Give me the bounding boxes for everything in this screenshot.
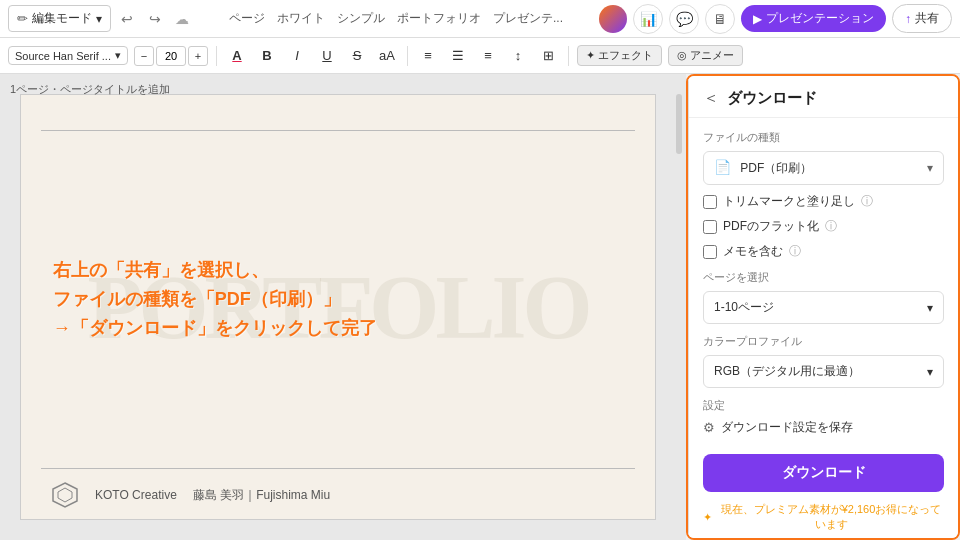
bottom-horizontal-line <box>41 468 635 469</box>
flatten-pdf-label: PDFのフラット化 <box>723 218 819 235</box>
trim-marks-label: トリムマークと塗り足し <box>723 193 855 210</box>
font-name-value: Source Han Serif ... <box>15 50 111 62</box>
trim-marks-checkbox[interactable] <box>703 195 717 209</box>
line-height-button[interactable]: ↕ <box>506 44 530 68</box>
toolbar-right: 📊 💬 🖥 ▶ プレゼンテーション ↑ 共有 <box>599 4 952 34</box>
trim-info-icon[interactable]: ⓘ <box>861 193 873 210</box>
file-type-chevron-icon: ▾ <box>927 161 933 175</box>
download-panel-highlight: ＜ ダウンロード ファイルの種類 📄 PDF（印刷） ▾ トリムマークと塗り足し <box>686 74 960 540</box>
edit-mode-button[interactable]: ✏ 編集モード ▾ <box>8 5 111 32</box>
color-profile-chevron-icon: ▾ <box>927 365 933 379</box>
undo-button[interactable]: ↩ <box>115 7 139 31</box>
present-icon: ▶ <box>753 12 762 26</box>
toolbar-center: ページ ホワイト シンプル ポートフォリオ プレゼンテ... <box>197 10 595 27</box>
koto-logo <box>51 481 79 509</box>
upload-icon: ↑ <box>905 12 911 26</box>
chevron-down-icon: ▾ <box>96 12 102 26</box>
back-button[interactable]: ＜ <box>703 88 719 109</box>
flatten-pdf-checkbox[interactable] <box>703 220 717 234</box>
top-horizontal-line <box>41 130 635 131</box>
nav-simple[interactable]: シンプル <box>337 10 385 27</box>
annotation-line-3: →「ダウンロード」をクリックして完了 <box>53 314 465 343</box>
nav-white[interactable]: ホワイト <box>277 10 325 27</box>
file-type-dropdown[interactable]: 📄 PDF（印刷） ▾ <box>703 151 944 185</box>
strikethrough-button[interactable]: S <box>345 44 369 68</box>
color-profile-value: RGB（デジタル用に最適） <box>714 363 860 380</box>
download-panel: ＜ ダウンロード ファイルの種類 📄 PDF（印刷） ▾ トリムマークと塗り足し <box>688 76 958 540</box>
flatten-info-icon[interactable]: ⓘ <box>825 218 837 235</box>
animate-label: アニメー <box>690 48 734 63</box>
present-label: プレゼンテーション <box>766 10 874 27</box>
pdf-icon: 📄 <box>714 159 731 175</box>
top-toolbar: ✏ 編集モード ▾ ↩ ↪ ☁ ページ ホワイト シンプル ポートフォリオ プレ… <box>0 0 960 38</box>
nav-page[interactable]: ページ <box>229 10 265 27</box>
canvas-bottom: KOTO Creative 藤島 美羽｜Fujishima Miu <box>51 481 635 509</box>
nav-present[interactable]: プレゼンテ... <box>493 10 563 27</box>
annotation-overlay: 右上の「共有」を選択し、 ファイルの種類を「PDF（印刷）」 →「ダウンロード」… <box>53 256 465 342</box>
include-memo-label: メモを含む <box>723 243 783 260</box>
bold-button[interactable]: B <box>255 44 279 68</box>
scroll-indicator[interactable] <box>676 94 682 154</box>
font-size-input[interactable] <box>156 46 186 66</box>
align-left-button[interactable]: ≡ <box>416 44 440 68</box>
page-select-chevron-icon: ▾ <box>927 301 933 315</box>
effect-button[interactable]: ✦ エフェクト <box>577 45 662 66</box>
font-size-minus[interactable]: − <box>134 46 154 66</box>
spacing-button[interactable]: ⊞ <box>536 44 560 68</box>
download-button[interactable]: ダウンロード <box>703 454 944 492</box>
svg-marker-0 <box>53 483 77 507</box>
settings-label: 設定 <box>703 398 944 413</box>
toolbar-left: ✏ 編集モード ▾ ↩ ↪ ☁ <box>8 5 193 32</box>
color-profile-dropdown[interactable]: RGB（デジタル用に最適） ▾ <box>703 355 944 388</box>
trim-marks-row: トリムマークと塗り足し ⓘ <box>703 193 944 210</box>
toolbar-divider-2 <box>407 46 408 66</box>
page-select-label: ページを選択 <box>703 270 944 285</box>
panel-body: ファイルの種類 📄 PDF（印刷） ▾ トリムマークと塗り足し ⓘ PD <box>689 118 958 540</box>
studio-name: KOTO Creative <box>95 488 177 502</box>
panel-title: ダウンロード <box>727 89 817 108</box>
nav-portfolio[interactable]: ポートフォリオ <box>397 10 481 27</box>
animate-icon: ◎ <box>677 49 687 62</box>
toolbar-divider-3 <box>568 46 569 66</box>
present-button[interactable]: ▶ プレゼンテーション <box>741 5 886 32</box>
effect-label: エフェクト <box>598 48 653 63</box>
toolbar-divider-1 <box>216 46 217 66</box>
align-right-button[interactable]: ≡ <box>476 44 500 68</box>
canvas-area: 1ページ・ページタイトルを追加 PORTFOLIO 右上の「共有」を選択し、 フ… <box>0 74 686 540</box>
color-profile-label: カラープロファイル <box>703 334 944 349</box>
underline-button[interactable]: U <box>315 44 339 68</box>
effect-icon: ✦ <box>586 49 595 62</box>
memo-info-icon[interactable]: ⓘ <box>789 243 801 260</box>
annotation-line-1: 右上の「共有」を選択し、 <box>53 256 465 285</box>
animate-button[interactable]: ◎ アニメー <box>668 45 743 66</box>
redo-button[interactable]: ↪ <box>143 7 167 31</box>
share-screen-icon-button[interactable]: 🖥 <box>705 4 735 34</box>
italic-button[interactable]: I <box>285 44 309 68</box>
format-toolbar: Source Han Serif ... ▾ − + A B I U S aA … <box>0 38 960 74</box>
page-select-dropdown[interactable]: 1-10ページ ▾ <box>703 291 944 324</box>
align-center-button[interactable]: ☰ <box>446 44 470 68</box>
file-type-label: ファイルの種類 <box>703 130 944 145</box>
page-select-value: 1-10ページ <box>714 299 774 316</box>
share-button[interactable]: ↑ 共有 <box>892 4 952 33</box>
include-memo-checkbox[interactable] <box>703 245 717 259</box>
user-avatar[interactable] <box>599 5 627 33</box>
premium-text: 現在、プレミアム素材が¥2,160お得になっています <box>718 502 944 532</box>
annotation-line-2: ファイルの種類を「PDF（印刷）」 <box>53 285 465 314</box>
font-size-plus[interactable]: + <box>188 46 208 66</box>
include-memo-row: メモを含む ⓘ <box>703 243 944 260</box>
flatten-pdf-row: PDFのフラット化 ⓘ <box>703 218 944 235</box>
text-size-button[interactable]: aA <box>375 44 399 68</box>
star-icon: ✦ <box>703 511 712 524</box>
file-type-value: PDF（印刷） <box>740 161 812 175</box>
comment-icon-button[interactable]: 💬 <box>669 4 699 34</box>
canvas-page: PORTFOLIO 右上の「共有」を選択し、 ファイルの種類を「PDF（印刷）」… <box>20 94 656 520</box>
font-color-button[interactable]: A <box>225 44 249 68</box>
premium-notice: ✦ 現在、プレミアム素材が¥2,160お得になっています <box>703 502 944 532</box>
font-name-selector[interactable]: Source Han Serif ... ▾ <box>8 46 128 65</box>
edit-mode-label: 編集モード <box>32 10 92 27</box>
pencil-icon: ✏ <box>17 11 28 26</box>
chart-icon-button[interactable]: 📊 <box>633 4 663 34</box>
cloud-icon: ☁ <box>171 7 193 31</box>
font-size-controls: − + <box>134 46 208 66</box>
